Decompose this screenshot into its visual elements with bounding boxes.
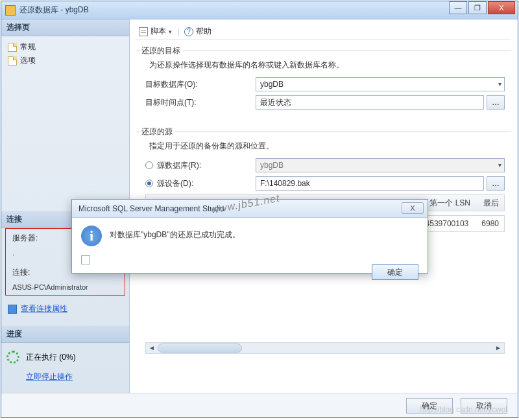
message-box-titlebar[interactable]: Microsoft SQL Server Management Studio [72,200,428,218]
message-box: Microsoft SQL Server Management Studio X… [71,199,428,274]
message-box-close-button[interactable]: X [402,202,424,214]
message-box-title: Microsoft SQL Server Management Studio [78,204,224,213]
target-db-value: ybgDB [260,80,284,89]
target-time-label: 目标时间点(T): [145,97,256,108]
progress-header: 进度 [1,326,129,343]
message-box-ok-button[interactable]: 确定 [372,264,418,280]
progress-spinner-icon [6,351,19,364]
help-icon: ? [184,27,193,36]
titlebar[interactable]: 还原数据库 - ybgDB — ❐ X [1,1,518,19]
chevron-down-icon: ▾ [498,80,501,88]
server-label: 服务器: [12,233,38,242]
connection-label: 连接: [12,268,30,277]
col-first-lsn: 第一个 LSN [429,198,470,209]
copy-icon[interactable] [81,255,90,264]
script-button[interactable]: 脚本 ▾ [139,26,172,37]
connection-props-icon [8,305,17,314]
select-page-header: 选择页 [1,19,129,36]
source-hint: 指定用于还原的备份集的源和位置。 [149,141,505,152]
from-database-value: ybgDB [260,161,284,170]
from-device-radio[interactable] [145,180,153,187]
app-icon [5,5,16,16]
toolbar: 脚本 ▾ | ? 帮助 [136,23,511,40]
grid-horizontal-scrollbar[interactable]: ◄ ► [145,342,505,354]
destination-legend: 还原的目标 [139,45,183,56]
scroll-left-arrow-icon[interactable]: ◄ [147,343,157,353]
page-general[interactable]: 常规 [4,40,127,54]
from-device-value: F:\140829.bak [260,179,310,188]
stop-action-link[interactable]: 立即停止操作 [26,372,73,381]
chevron-down-icon: ▾ [498,161,501,169]
from-database-radio[interactable] [145,161,153,169]
from-device-browse-button[interactable]: … [487,176,505,191]
page-options-label: 选项 [20,55,36,66]
destination-group: 还原的目标 为还原操作选择现有数据库的名称或键入新数据库名称。 目标数据库(O)… [136,45,511,119]
target-db-combo[interactable]: ybgDB ▾ [256,77,505,91]
target-db-label: 目标数据库(O): [145,79,256,90]
page-options[interactable]: 选项 [4,54,127,67]
dialog-footer: 确定 取消 [1,393,518,417]
maximize-button[interactable]: ❐ [468,1,487,14]
progress-text: 正在执行 (0%) [26,352,76,363]
info-icon: i [81,226,102,246]
connection-value: ASUS-PC\Administrator [6,281,125,294]
message-box-text: 对数据库"ybgDB"的还原已成功完成。 [110,226,240,240]
target-time-browse-button[interactable]: … [487,95,505,110]
help-label: 帮助 [196,26,211,37]
script-icon [139,27,148,36]
source-legend: 还原的源 [139,126,175,137]
page-icon [8,43,17,52]
val-last: 6980 [481,219,499,228]
close-button[interactable]: X [488,1,515,14]
help-button[interactable]: ? 帮助 [184,26,211,37]
scroll-thumb[interactable] [158,344,242,353]
target-time-value: 最近状态 [260,97,291,108]
page-general-label: 常规 [20,41,36,52]
window-title: 还原数据库 - ybgDB [19,5,89,16]
page-icon [8,56,17,65]
from-device-label: 源设备(D): [157,178,193,189]
scroll-right-arrow-icon[interactable]: ► [493,343,503,353]
cancel-button[interactable]: 取消 [461,398,507,414]
view-connection-properties-link[interactable]: 查看连接属性 [21,303,67,314]
col-last: 最后 [483,198,499,209]
from-database-combo: ybgDB ▾ [256,158,505,172]
from-device-field[interactable]: F:\140829.bak [256,176,484,191]
ok-button[interactable]: 确定 [406,398,453,414]
target-time-field[interactable]: 最近状态 [256,95,484,110]
minimize-button[interactable]: — [449,1,467,14]
script-label: 脚本 [151,26,166,37]
from-database-label: 源数据库(R): [157,160,201,171]
destination-hint: 为还原操作选择现有数据库的名称或键入新数据库名称。 [149,60,505,71]
chevron-down-icon: ▾ [169,29,172,35]
